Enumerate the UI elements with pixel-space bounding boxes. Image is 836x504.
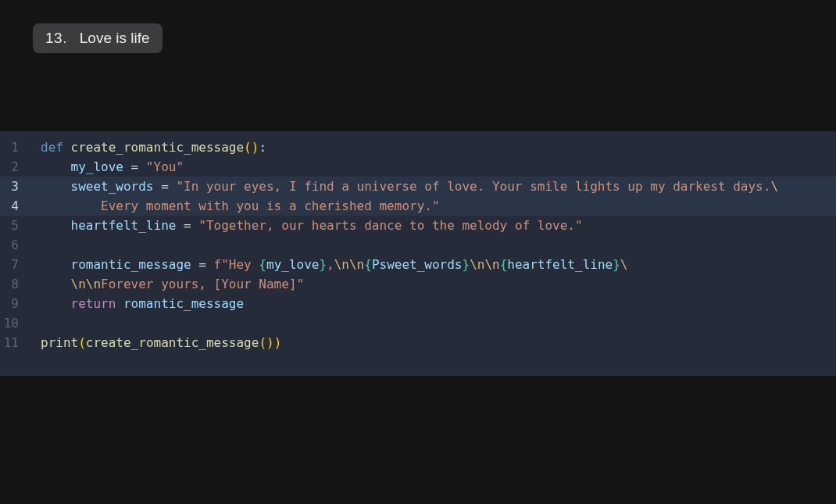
code-token: = bbox=[161, 179, 176, 194]
line-number: 5 bbox=[0, 216, 28, 235]
code-token: { bbox=[364, 257, 372, 272]
line-number: 3 bbox=[0, 177, 28, 196]
code-token: } bbox=[319, 257, 327, 272]
line-number: 8 bbox=[0, 274, 28, 294]
code-token: ( bbox=[244, 140, 252, 155]
code-token: \ bbox=[770, 179, 778, 194]
code-token: : bbox=[259, 140, 266, 155]
code-content[interactable]: def create_romantic_message(): bbox=[28, 138, 266, 157]
code-content[interactable]: romantic_message = f"Hey {my_love},\n\n{… bbox=[28, 255, 627, 274]
code-token: sweet_words bbox=[71, 179, 162, 194]
code-token: ) bbox=[252, 140, 259, 155]
code-content[interactable]: print(create_romantic_message()) bbox=[28, 333, 281, 352]
code-line[interactable]: 8 \n\nForever yours, [Your Name]" bbox=[0, 274, 836, 294]
code-token bbox=[41, 179, 71, 194]
code-line[interactable]: 7 romantic_message = f"Hey {my_love},\n\… bbox=[0, 255, 836, 274]
code-token: "In your eyes, I find a universe of love… bbox=[176, 179, 770, 194]
code-token bbox=[41, 257, 71, 272]
code-token: "You" bbox=[146, 159, 184, 174]
code-token: f"Hey bbox=[214, 257, 259, 272]
code-token: "Together, our hearts dance to the melod… bbox=[198, 218, 582, 233]
code-token: ) bbox=[266, 335, 274, 350]
code-content[interactable]: \n\nForever yours, [Your Name]" bbox=[28, 274, 304, 294]
code-token: Forever yours, [Your Name]" bbox=[101, 277, 304, 291]
code-line[interactable]: 1def create_romantic_message(): bbox=[0, 138, 836, 157]
code-token: ( bbox=[259, 335, 266, 350]
code-token: romantic_message bbox=[71, 257, 199, 272]
line-number: 11 bbox=[0, 333, 28, 352]
line-number: 4 bbox=[0, 196, 28, 216]
badge-title: Love is life bbox=[80, 30, 150, 46]
line-number: 1 bbox=[0, 138, 28, 157]
code-content[interactable]: sweet_words = "In your eyes, I find a un… bbox=[28, 177, 778, 196]
code-token: my_love bbox=[71, 159, 131, 174]
code-token: heartfelt_line bbox=[71, 218, 184, 233]
code-content[interactable]: my_love = "You" bbox=[28, 157, 184, 177]
code-token bbox=[41, 159, 71, 174]
code-token: \n\n bbox=[71, 277, 102, 291]
code-token bbox=[41, 218, 71, 233]
code-content[interactable]: heartfelt_line = "Together, our hearts d… bbox=[28, 216, 583, 235]
badge-number: 13. bbox=[45, 30, 67, 46]
code-line[interactable]: 2 my_love = "You" bbox=[0, 157, 836, 177]
code-editor[interactable]: 1def create_romantic_message():2 my_love… bbox=[0, 131, 836, 376]
code-token: \ bbox=[620, 257, 628, 272]
code-content[interactable]: return romantic_message bbox=[28, 294, 244, 313]
code-token bbox=[41, 277, 71, 291]
code-line[interactable]: 3 sweet_words = "In your eyes, I find a … bbox=[0, 177, 836, 196]
line-number: 7 bbox=[0, 255, 28, 274]
code-token: heartfelt_line bbox=[507, 257, 613, 272]
code-token: \n\n bbox=[470, 257, 500, 272]
code-line[interactable]: 11print(create_romantic_message()) bbox=[0, 333, 836, 352]
code-token: print bbox=[41, 335, 78, 350]
code-line[interactable]: 9 return romantic_message bbox=[0, 294, 836, 313]
code-token bbox=[41, 296, 71, 311]
code-token: Every moment with you is a cherished mem… bbox=[41, 198, 440, 213]
code-line[interactable]: 5 heartfelt_line = "Together, our hearts… bbox=[0, 216, 836, 235]
code-token: } bbox=[613, 257, 620, 272]
code-token: = bbox=[131, 159, 146, 174]
code-token: romantic_message bbox=[123, 296, 244, 311]
title-badge: 13. Love is life bbox=[33, 23, 163, 53]
line-number: 9 bbox=[0, 294, 28, 313]
code-token: = bbox=[184, 218, 198, 233]
code-content[interactable] bbox=[28, 235, 41, 255]
code-content[interactable]: Every moment with you is a cherished mem… bbox=[28, 196, 440, 216]
code-token: , bbox=[327, 257, 334, 272]
line-number: 6 bbox=[0, 235, 28, 255]
code-token: return bbox=[71, 296, 123, 311]
code-token: ( bbox=[78, 335, 86, 350]
code-token: { bbox=[500, 257, 508, 272]
code-token: create_romantic_message bbox=[86, 335, 259, 350]
code-line[interactable]: 10 bbox=[0, 313, 836, 333]
line-number: 10 bbox=[0, 313, 28, 333]
code-token: create_romantic_message bbox=[71, 140, 245, 155]
code-token: \n\n bbox=[334, 257, 365, 272]
code-token: } bbox=[462, 257, 470, 272]
code-token: my_love bbox=[266, 257, 319, 272]
code-token: { bbox=[259, 257, 266, 272]
code-token: = bbox=[198, 257, 213, 272]
code-line[interactable]: 6 bbox=[0, 235, 836, 255]
code-line[interactable]: 4 Every moment with you is a cherished m… bbox=[0, 196, 836, 216]
code-content[interactable] bbox=[28, 313, 41, 333]
code-token: ) bbox=[274, 335, 282, 350]
code-token: def bbox=[41, 140, 71, 155]
code-token: Psweet_words bbox=[372, 257, 463, 272]
line-number: 2 bbox=[0, 157, 28, 177]
